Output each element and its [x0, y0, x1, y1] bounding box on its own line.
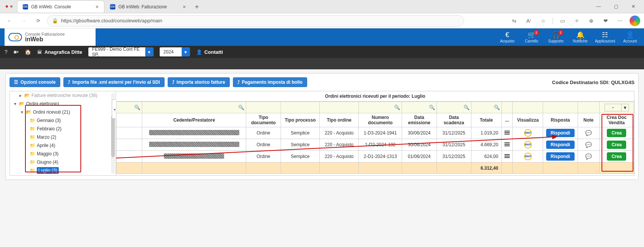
- cell-visualizza[interactable]: MEF: [513, 151, 543, 163]
- chevron-down-icon[interactable]: ▾: [145, 47, 154, 56]
- cell-visualizza[interactable]: MEF: [513, 127, 543, 139]
- camera-icon[interactable]: ■•: [14, 49, 19, 55]
- contatti-link[interactable]: 👤 Contatti: [196, 49, 223, 55]
- cell-visualizza[interactable]: MEF: [513, 139, 543, 151]
- row-menu[interactable]: [501, 127, 513, 139]
- cell-risposta[interactable]: Rispondi: [543, 127, 578, 139]
- col-header[interactable]: Note: [578, 113, 599, 127]
- cell-note[interactable]: 💬: [578, 139, 599, 151]
- search-icon[interactable]: 🔍: [463, 105, 470, 110]
- filter-cell[interactable]: 🔍: [359, 102, 402, 113]
- col-header[interactable]: Cedente/Prestatore: [142, 113, 246, 127]
- col-header[interactable]: Data scadenza: [437, 113, 471, 127]
- extensions-icon[interactable]: ⊕: [586, 16, 596, 26]
- collections-icon[interactable]: ▭: [558, 16, 567, 26]
- tree-item-month[interactable]: 📁Aprile (4): [10, 141, 116, 150]
- crea-button[interactable]: Crea: [607, 129, 626, 137]
- nav-refresh-icon[interactable]: ⟳: [33, 15, 44, 27]
- cell-crea[interactable]: Crea: [599, 127, 634, 139]
- search-icon[interactable]: 🔍: [394, 105, 400, 110]
- table-row[interactable]: Ordine Semplice 220 - Acquisto 1-D2-2024…: [116, 139, 634, 151]
- filter-cell[interactable]: 🔍: [437, 102, 471, 113]
- hdr-notifiche[interactable]: 🔔 Notifiche: [571, 31, 590, 43]
- col-header[interactable]: Numero documento: [359, 113, 402, 127]
- window-close-icon[interactable]: ✕: [628, 1, 639, 12]
- tree-item-month[interactable]: 📁Giugno (4): [10, 158, 116, 166]
- address-bar[interactable]: 🔒 https://gbsoftware.cloud/consoleweb/ap…: [47, 15, 464, 27]
- home-icon[interactable]: 🏠: [25, 49, 31, 55]
- filter-cell[interactable]: 🔍: [402, 102, 437, 113]
- close-tab-icon[interactable]: ×: [183, 4, 186, 9]
- hdr-supporto[interactable]: 🎧 2 Supporto: [547, 31, 565, 43]
- cell-note[interactable]: 💬: [578, 127, 599, 139]
- tree-item-month[interactable]: 📁Febbraio (2): [10, 125, 116, 133]
- row-menu[interactable]: [501, 139, 513, 151]
- rispondi-button[interactable]: Rispondi: [546, 152, 575, 161]
- cell-crea[interactable]: Crea: [599, 139, 634, 151]
- search-icon[interactable]: 🔍: [429, 105, 435, 110]
- favorite-icon[interactable]: ☆: [538, 16, 548, 26]
- search-icon[interactable]: 🔍: [494, 105, 500, 110]
- chevron-down-icon[interactable]: ▾: [182, 47, 190, 56]
- read-aloud-icon[interactable]: A⁾: [524, 16, 534, 26]
- importa-storico-button[interactable]: ⤴ Importa storico fatture: [168, 77, 230, 87]
- company-select[interactable]: FE999 - Demo Cont FE SP, ▾: [88, 47, 154, 56]
- collapse-sidebar-handle[interactable]: ◂: [112, 100, 116, 119]
- pagamento-bollo-button[interactable]: ⤴ Pagamento imposta di bollo: [233, 77, 307, 87]
- cell-crea[interactable]: Crea: [599, 151, 634, 163]
- anagrafica-link[interactable]: 🏛 Anagrafica Ditte: [37, 49, 82, 55]
- window-maximize-icon[interactable]: ▢: [611, 1, 621, 12]
- filter-cell[interactable]: 🔍: [471, 102, 501, 113]
- tree-item-month-selected[interactable]: 📁Luglio (3): [10, 166, 116, 175]
- col-header[interactable]: Data emissione: [402, 113, 437, 127]
- cell-risposta[interactable]: Rispondi: [543, 139, 578, 151]
- col-header[interactable]: Visualizza: [513, 113, 543, 127]
- col-header[interactable]: Tipo processo: [281, 113, 320, 127]
- col-header[interactable]: Totale: [471, 113, 501, 127]
- browser-tab-inactive[interactable]: GB GB inWeb: Fatturazione ×: [104, 0, 192, 13]
- col-header[interactable]: Tipo documento: [246, 113, 281, 127]
- cell-note[interactable]: 💬: [578, 151, 599, 163]
- crea-button[interactable]: Crea: [607, 141, 626, 149]
- row-menu[interactable]: [501, 151, 513, 163]
- scrollbar-thumb[interactable]: [111, 116, 115, 157]
- col-header[interactable]: Tipo ordine: [320, 113, 359, 127]
- hdr-acquisto[interactable]: € Acquisto: [498, 31, 517, 43]
- hdr-carrello[interactable]: 🛒 2 Carrello: [522, 31, 541, 43]
- chevron-down-icon[interactable]: ▾: [622, 104, 628, 111]
- window-minimize-icon[interactable]: —: [593, 1, 604, 12]
- search-icon[interactable]: 🔍: [238, 105, 244, 110]
- rispondi-button[interactable]: Rispondi: [546, 129, 575, 137]
- hdr-account[interactable]: 👤 Account: [620, 31, 639, 43]
- cell-risposta[interactable]: Rispondi: [543, 151, 578, 163]
- tree-item-month[interactable]: 📁Gennaio (3): [10, 116, 116, 125]
- help-icon[interactable]: ?: [5, 49, 8, 55]
- heart-icon[interactable]: ❤: [601, 16, 611, 26]
- col-header[interactable]: Crea Doc Vendita: [599, 113, 634, 127]
- nav-back-icon[interactable]: ←: [4, 15, 15, 27]
- filter-cell[interactable]: 🔍: [116, 102, 142, 113]
- search-icon[interactable]: 🔍: [134, 105, 140, 110]
- new-tab-button[interactable]: ＋: [192, 1, 202, 12]
- sync-icon[interactable]: ⇆: [509, 16, 519, 26]
- rispondi-button[interactable]: Rispondi: [546, 141, 575, 149]
- filter-cell[interactable]: 🔍: [142, 102, 246, 113]
- year-select[interactable]: 2024 ▾: [160, 47, 190, 56]
- favorites-bar-icon[interactable]: ✧: [572, 16, 582, 26]
- opzioni-console-button[interactable]: ☰ Opzioni console: [9, 77, 60, 87]
- tree-item-root[interactable]: ▾📂 Ordini elettronici: [10, 100, 116, 108]
- close-tab-icon[interactable]: ×: [96, 4, 99, 9]
- table-row[interactable]: Ordine Semplice 220 - Acquisto 2-D1-2024…: [116, 151, 634, 163]
- col-header[interactable]: Risposta: [543, 113, 578, 127]
- tree-item-received[interactable]: ▾📂 Ordini ricevuti (21): [10, 108, 116, 116]
- filter-mini-select[interactable]: -▾: [599, 102, 634, 113]
- copilot-icon[interactable]: [630, 16, 640, 26]
- tree-item-month[interactable]: 📁Marzo (2): [10, 133, 116, 141]
- hdr-applicazioni[interactable]: ☷ Applicazioni: [595, 31, 615, 43]
- browser-tab-active[interactable]: GB GB inWeb: Console ×: [17, 0, 104, 13]
- importa-xml-button[interactable]: ⤴ Importa file .xml esterni per l'invio …: [63, 77, 165, 87]
- more-icon[interactable]: ⋯: [615, 16, 625, 26]
- table-row[interactable]: Ordine Semplice 220 - Acquisto 1-D3-2024…: [116, 127, 634, 139]
- tree-item-month[interactable]: 📁Maggio (3): [10, 150, 116, 158]
- crea-button[interactable]: Crea: [607, 152, 626, 161]
